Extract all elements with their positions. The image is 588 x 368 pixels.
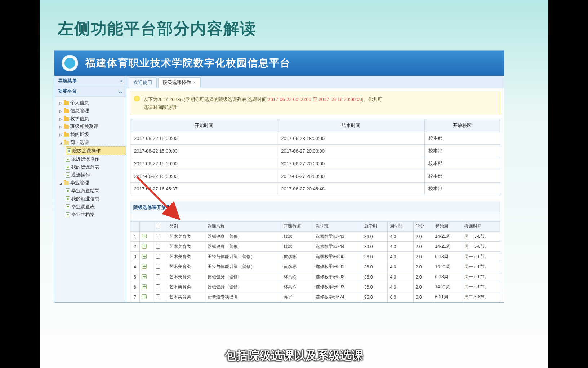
tab-welcome[interactable]: 欢迎使用 (129, 77, 157, 88)
folder-open-icon (64, 141, 69, 145)
folder-open-icon (64, 181, 69, 185)
info-banner: 以下为2017-2018(1)学期你可选择的院级选课列表[选课时间:2017-0… (130, 92, 500, 115)
tree-node-my-class[interactable]: ▷我的班级 (56, 131, 126, 139)
tree-leaf-grad-check[interactable]: 毕业筛查结果 (66, 187, 126, 195)
file-icon (66, 172, 70, 178)
sidebar: 导航菜单 « 功能平台 ︽ ▷个人信息 ▷信息管理 ▷教学信息 ▷班级相关测评 … (54, 76, 126, 302)
tree-leaf-yuan-select[interactable]: 院级选课操作 (66, 146, 126, 155)
course-row: 3艺术美育类田径与体能训练（普修）黄彦彬选修教学班59036.04.02.06-… (130, 252, 500, 262)
banner-time-range: 2017-06-22 00:00:00 至 2017-09-19 20:00:0… (268, 97, 362, 102)
add-course-icon[interactable] (142, 234, 147, 238)
tree-node-teaching[interactable]: ▷教学信息 (56, 115, 126, 123)
time-row: 2017-06-22 15:00:002017-06-23 18:00:00校本… (130, 132, 500, 145)
row-checkbox[interactable] (156, 244, 160, 249)
time-header: 结束时间 (277, 119, 424, 132)
tree-leaf-employment[interactable]: 我的就业信息 (66, 195, 126, 203)
file-icon (66, 196, 70, 201)
row-checkbox[interactable] (156, 264, 160, 269)
course-row: 2艺术美育类器械健身（普修）魏斌选修教学班74436.04.02.014-21周… (130, 242, 500, 252)
main-content: 欢迎使用 院级选课操作× 以下为2017-2018(1)学期你可选择的院级选课列… (126, 76, 504, 302)
course-header: 教学班 (313, 222, 362, 232)
row-checkbox[interactable] (156, 234, 160, 238)
collapse-icon[interactable]: « (120, 79, 122, 83)
tab-course-select[interactable]: 院级选课操作× (158, 77, 201, 88)
select-all-checkbox[interactable] (156, 224, 160, 228)
banner-suffix: ]。你共可 (362, 97, 382, 102)
course-header: 开课教师 (281, 222, 313, 232)
folder-icon (64, 109, 69, 113)
video-subtitle: 包括院级选课以及系级选课 (225, 348, 363, 364)
nav-menu-header[interactable]: 导航菜单 « (54, 76, 126, 86)
course-header: 周学时 (388, 222, 413, 232)
folder-icon (64, 117, 69, 121)
course-header: 总学时 (362, 222, 388, 232)
course-header: 授课时间 (462, 222, 500, 232)
file-icon (66, 188, 70, 193)
course-row: 1艺术美育类器械健身（普修）魏斌选修教学班74336.04.02.014-21周… (130, 232, 500, 242)
time-header: 开始时间 (130, 119, 277, 132)
course-toolbar (130, 213, 500, 221)
course-header (140, 222, 153, 232)
platform-label: 功能平台 (58, 88, 77, 95)
row-checkbox[interactable] (156, 284, 160, 289)
time-header: 开放校区 (424, 119, 500, 132)
tree-node-graduation[interactable]: ◢毕业管理 (56, 179, 126, 187)
course-header (153, 222, 167, 232)
lightbulb-icon (134, 96, 140, 101)
slide-title: 左侧功能平台部分内容解读 (58, 18, 548, 39)
course-row: 5艺术美育类器械健身（普修）林惠玲选修教学班59236.04.02.06-13周… (130, 272, 500, 282)
collapse-up-icon[interactable]: ︽ (119, 89, 122, 94)
time-row: 2017-06-27 16:45:372017-06-27 20:45:48校本… (130, 183, 500, 195)
banner-prefix: 以下为2017-2018(1)学期你可选择的院级选课列表[选课时间: (143, 97, 268, 102)
tree-node-personal[interactable]: ▷个人信息 (56, 99, 126, 107)
time-row: 2017-06-22 15:00:002017-06-27 20:00:00校本… (130, 157, 500, 170)
tree-node-info-mgmt[interactable]: ▷信息管理 (56, 107, 126, 115)
school-logo-icon (62, 55, 78, 71)
close-icon[interactable]: × (193, 80, 196, 85)
file-icon (67, 148, 71, 153)
add-course-icon[interactable] (142, 244, 147, 249)
row-checkbox[interactable] (156, 254, 160, 259)
tree-node-class-eval[interactable]: ▷班级相关测评 (56, 123, 126, 131)
file-icon (66, 212, 70, 217)
add-course-icon[interactable] (142, 254, 147, 259)
folder-icon (64, 133, 69, 137)
tree-leaf-withdraw[interactable]: 退选操作 (66, 171, 126, 179)
tree-leaf-xi-select[interactable]: 系级选课操作 (66, 155, 126, 163)
row-checkbox[interactable] (156, 274, 160, 279)
file-icon (66, 157, 70, 162)
time-row: 2017-06-22 15:00:002017-06-27 20:00:00校本… (130, 145, 500, 157)
course-row: 7艺术美育类跆拳道专项提高蒋宇选修教学班67496.06.06.06-21周周二… (130, 292, 500, 302)
app-frame: 福建体育职业技术学院数字化校园信息平台 导航菜单 « 功能平台 ︽ ▷个人信息 … (54, 50, 504, 303)
app-title: 福建体育职业技术学院数字化校园信息平台 (85, 56, 291, 70)
add-course-icon[interactable] (142, 284, 147, 289)
course-header (130, 222, 140, 232)
nav-tree: ▷个人信息 ▷信息管理 ▷教学信息 ▷班级相关测评 ▷我的班级 ◢网上选课 院级… (54, 97, 126, 221)
time-row: 2017-06-22 15:00:002017-06-27 20:00:00校本… (130, 170, 500, 183)
file-icon (66, 204, 70, 209)
banner-line2: 选课时间段说明: (143, 105, 178, 110)
course-table: 类别选课名称开课教师教学班总学时周学时学分起始周授课时间 1艺术美育类器械健身（… (130, 221, 500, 302)
file-icon (66, 165, 70, 170)
folder-icon (64, 125, 69, 129)
course-header: 学分 (413, 222, 433, 232)
tree-leaf-grad-survey[interactable]: 毕业调查表 (66, 203, 126, 211)
nav-menu-label: 导航菜单 (58, 78, 77, 84)
tree-node-online-course[interactable]: ◢网上选课 (56, 139, 126, 146)
tree-leaf-grad-file[interactable]: 毕业生档案 (66, 211, 126, 219)
tab-bar: 欢迎使用 院级选课操作× (126, 76, 504, 88)
time-slot-table: 开始时间结束时间开放校区 2017-06-22 15:00:002017-06-… (130, 119, 500, 195)
folder-icon (64, 101, 69, 105)
course-header: 起始周 (433, 222, 462, 232)
course-list-title: 院级选修课开放列表 (130, 202, 500, 213)
course-row: 4艺术美育类田径与体能训练（普修）黄彦彬选修教学班59136.04.02.014… (130, 262, 500, 272)
course-header: 选课名称 (205, 222, 281, 232)
platform-header[interactable]: 功能平台 ︽ (54, 86, 126, 97)
add-course-icon[interactable] (142, 294, 147, 299)
row-checkbox[interactable] (156, 294, 160, 299)
app-header: 福建体育职业技术学院数字化校园信息平台 (54, 51, 504, 76)
add-course-icon[interactable] (142, 274, 147, 279)
add-course-icon[interactable] (142, 264, 147, 269)
course-row: 6艺术美育类器械健身（普修）林惠玲选修教学班59336.04.02.014-21… (130, 282, 500, 292)
tree-leaf-my-selections[interactable]: 我的选课列表 (66, 163, 126, 171)
